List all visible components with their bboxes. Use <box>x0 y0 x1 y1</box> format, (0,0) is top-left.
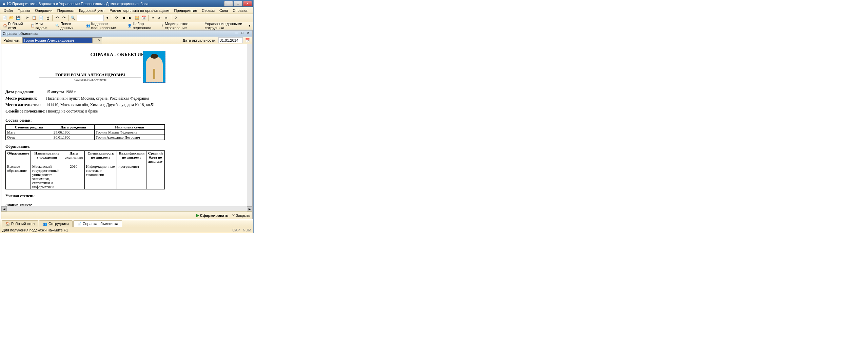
employee-label: Работник: <box>3 38 20 42</box>
medical-icon: ⚕ <box>160 23 164 28</box>
marital-label: Семейное положение: <box>5 109 46 114</box>
calendar-icon[interactable]: 📅 <box>141 15 147 21</box>
close-button[interactable]: ✕ <box>243 1 252 6</box>
menu-edit[interactable]: Правка <box>16 8 32 13</box>
mminus-icon[interactable]: M- <box>163 15 170 21</box>
horizontal-scrollbar[interactable]: ◀ ▶ <box>1 206 252 211</box>
link-desktop[interactable]: 🏠Рабочий стол <box>2 21 26 30</box>
planning-icon: 👥 <box>86 23 90 28</box>
menu-file[interactable]: Файл <box>2 8 15 13</box>
copy-icon[interactable]: 📋 <box>31 15 37 21</box>
close-icon: ✕ <box>232 213 235 218</box>
menu-service[interactable]: Сервис <box>200 8 217 13</box>
recruit-icon: 👤 <box>127 23 132 28</box>
link-tasks[interactable]: 📋Мои задачи <box>29 21 52 30</box>
link-medical[interactable]: ⚕Медицинское страхование <box>159 21 201 30</box>
doc-maximize[interactable]: □ <box>240 31 245 36</box>
new-icon[interactable]: 📄 <box>2 15 8 21</box>
menu-payroll[interactable]: Расчет зарплаты по организациям <box>107 8 171 13</box>
combo-clear-icon[interactable]: ✕ <box>97 38 102 43</box>
doc-tab-icon: 📄 <box>77 221 82 226</box>
edu-heading: Образование: <box>5 144 236 149</box>
scroll-left-icon[interactable]: ◀ <box>1 206 7 211</box>
document-window: Справка-объективка — □ ✕ Работник: Горин… <box>1 30 253 219</box>
employee-combo[interactable]: Горин Роман Александрович … ✕ <box>22 37 102 43</box>
date-input[interactable] <box>218 37 243 43</box>
link-empdata[interactable]: Управление данными сотрудника▾ <box>203 21 252 30</box>
vertical-scrollbar[interactable] <box>247 44 252 206</box>
report-title: СПРАВКА - ОБЪЕКТИВКА <box>5 52 236 58</box>
date-label: Дата актуальности: <box>183 38 216 42</box>
desktop-tab-icon: 🏠 <box>5 221 10 226</box>
birth-label: Дата рождения: <box>5 89 46 95</box>
minimize-button[interactable]: — <box>224 1 233 6</box>
report-area: СПРАВКА - ОБЪЕКТИВКА ГОРИН РОМАН АЛЕКСАН… <box>1 44 247 206</box>
action-bar: ▶Сформировать ✕Закрыть <box>1 211 252 219</box>
doc-minimize[interactable]: — <box>234 31 239 36</box>
help-icon[interactable]: ? <box>173 15 179 21</box>
name-block: ГОРИН РОМАН АЛЕКСАНДРОВИЧ <box>39 73 141 78</box>
tab-desktop[interactable]: 🏠Рабочий стол <box>2 220 38 227</box>
dropdown-icon[interactable]: ▾ <box>104 15 111 21</box>
maximize-button[interactable]: □ <box>234 1 242 6</box>
calc-icon[interactable]: 🧮 <box>134 15 140 21</box>
table-row: Высшее образованиеМосковский государстве… <box>6 164 165 189</box>
birth-value: 15 августа 1988 г. <box>46 89 236 95</box>
date-picker-icon[interactable]: 📅 <box>245 38 250 43</box>
marital-value: Никогда не состоял(а) в браке <box>46 109 236 114</box>
mplus-icon[interactable]: M+ <box>157 15 163 21</box>
tab-employees[interactable]: 👥Сотрудники <box>39 220 73 227</box>
link-planning[interactable]: 👥Кадровое планирование <box>85 21 124 30</box>
lang-heading: Знание языка: <box>5 203 236 206</box>
app-window: ◆ 1С:Предприятие - Зарплата и Управление… <box>0 0 254 233</box>
back-icon[interactable]: ◀ <box>120 15 126 21</box>
refresh-icon[interactable]: ⟳ <box>114 15 120 21</box>
search-icon: 🔍 <box>55 23 59 28</box>
open-icon[interactable]: 📂 <box>8 15 15 21</box>
form-button[interactable]: ▶Сформировать <box>196 213 229 218</box>
menu-hr[interactable]: Кадровый учет <box>77 8 107 13</box>
link-search[interactable]: 🔍Поиск данных <box>54 21 79 30</box>
doc-title: Справка-объективка <box>3 32 234 36</box>
combo-select-icon[interactable]: … <box>92 38 97 43</box>
tasks-icon: 📋 <box>31 23 35 28</box>
titlebar: ◆ 1С:Предприятие - Зарплата и Управление… <box>0 0 253 7</box>
menu-operations[interactable]: Операции <box>33 8 54 13</box>
chevron-down-icon: ▾ <box>249 23 251 28</box>
menu-enterprise[interactable]: Предприятие <box>172 8 199 13</box>
cap-indicator: CAP <box>232 228 240 232</box>
doc-titlebar: Справка-объективка — □ ✕ <box>1 30 252 37</box>
fwd-icon[interactable]: ▶ <box>127 15 133 21</box>
print-icon[interactable]: 🖨 <box>45 15 51 21</box>
status-hint: Для получения подсказки нажмите F1 <box>2 228 230 232</box>
menu-personnel[interactable]: Персонал <box>55 8 77 13</box>
sub-toolbar: 🏠Рабочий стол 📋Мои задачи 🔍Поиск данных … <box>0 22 253 29</box>
redo-icon[interactable]: ↷ <box>61 15 67 21</box>
link-recruit[interactable]: 👤Набор персонала <box>126 21 156 30</box>
menu-help[interactable]: Справка <box>231 8 250 13</box>
desktop-icon: 🏠 <box>3 23 7 28</box>
personal-fields: Дата рождения:15 августа 1988 г. Место р… <box>5 89 236 114</box>
employee-fullname: ГОРИН РОМАН АЛЕКСАНДРОВИЧ <box>39 73 141 78</box>
paste-icon[interactable]: 📄 <box>38 15 44 21</box>
find-icon[interactable]: 🔍 <box>70 15 76 21</box>
addr-value: 141410, Московская обл, Химки г, Дружбы … <box>46 102 236 107</box>
app-icon: ◆ <box>2 1 6 6</box>
tab-document[interactable]: 📄Справка-объективка <box>73 220 122 227</box>
name-sublabel: Фамилия, Имя, Отчество <box>39 78 141 81</box>
table-row: Мать25.06.1966Горина Мария Фёдоровна <box>6 130 165 135</box>
search-input[interactable] <box>77 15 104 21</box>
doc-close[interactable]: ✕ <box>245 31 251 36</box>
menu-windows[interactable]: Окна <box>217 8 230 13</box>
photo-placeholder <box>143 51 165 83</box>
education-table: ОбразованиеНаименование учрежденияДата о… <box>5 150 165 189</box>
save-icon[interactable]: 💾 <box>15 15 21 21</box>
cut-icon[interactable]: ✂ <box>24 15 31 21</box>
table-row: Отец30.01.1966Горин Александр Петрович <box>6 135 165 140</box>
scroll-right-icon[interactable]: ▶ <box>247 206 252 211</box>
m-icon[interactable]: M <box>150 15 156 21</box>
undo-icon[interactable]: ↶ <box>54 15 60 21</box>
place-value: Населенный пункт: Москва, страна: Россий… <box>46 96 236 101</box>
close-doc-button[interactable]: ✕Закрыть <box>232 213 250 218</box>
addr-label: Место жительства: <box>5 102 46 107</box>
